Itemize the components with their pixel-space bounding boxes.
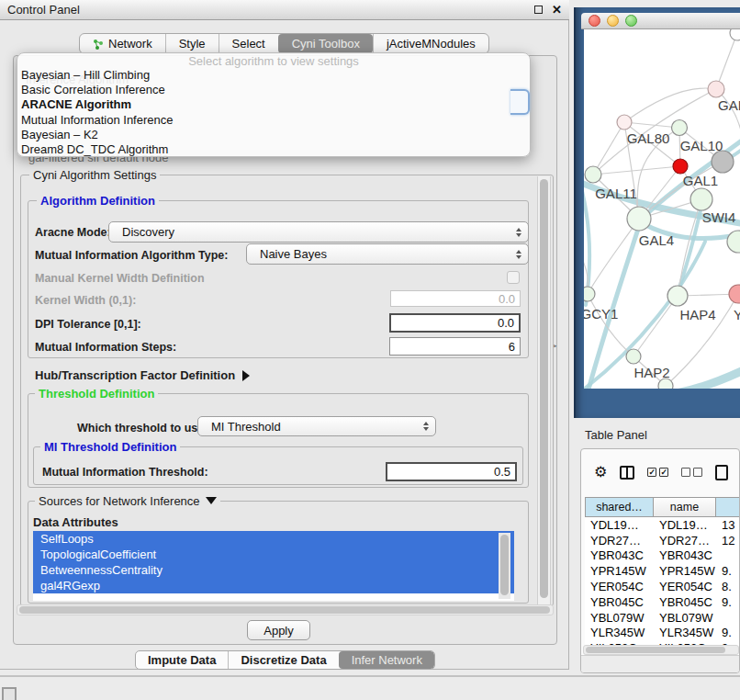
network-edge[interactable]	[593, 122, 624, 175]
tab-network[interactable]: Network	[80, 34, 165, 53]
gear-icon[interactable]: ⚙	[594, 465, 607, 480]
network-edge[interactable]	[588, 294, 633, 356]
node-label: GAL11	[595, 186, 637, 201]
algorithm-option[interactable]: Mutual Information Inference	[17, 113, 530, 128]
manual-kernel-checkbox[interactable]	[507, 271, 520, 284]
network-edge[interactable]	[633, 296, 678, 356]
mi-threshold-field[interactable]: 0.5	[386, 462, 517, 481]
mac-zoom-icon[interactable]	[625, 15, 637, 27]
network-node-gal10[interactable]	[672, 120, 688, 136]
mi-threshold-value: 0.5	[494, 465, 510, 479]
mi-type-combobox[interactable]: Naive Bayes	[246, 243, 529, 265]
attribute-list-item[interactable]: gal4RGexp	[33, 578, 514, 593]
mi-threshold-title: MI Threshold Definition	[40, 441, 180, 453]
tab-jactivemnodules[interactable]: jActiveMNodules	[373, 34, 488, 53]
new-table-icon[interactable]	[715, 465, 728, 480]
mac-close-icon[interactable]	[589, 15, 600, 27]
column-header[interactable]: A	[716, 497, 740, 517]
table-row[interactable]: YER054CYER054C8.	[585, 579, 740, 594]
network-node[interactable]	[690, 188, 712, 210]
network-node-hap4[interactable]	[667, 286, 688, 306]
mac-minimize-icon[interactable]	[607, 15, 619, 27]
node-label: Y	[734, 307, 740, 322]
network-canvas[interactable]: GALGAL80GAL10GAL1GAL11GAL4SWI4GCY1HAP4YH…	[584, 29, 740, 389]
network-window-titlebar[interactable]	[581, 13, 740, 29]
network-node-swi4[interactable]	[727, 231, 740, 253]
aracne-mode-combobox[interactable]: Discovery	[108, 221, 529, 243]
mi-steps-label: Mutual Information Steps:	[35, 341, 176, 354]
attribute-list-item[interactable]: BetweennessCentrality	[33, 562, 514, 578]
dropdown-placeholder: Select algorithm to view settings	[17, 54, 530, 68]
network-node-gal11[interactable]	[585, 166, 601, 183]
table-row[interactable]: YLR345WYLR345W9.	[585, 626, 740, 641]
table-cell: 12	[716, 534, 740, 548]
attributes-scrollbar[interactable]	[499, 533, 510, 599]
node-label: GCY1	[584, 306, 618, 322]
table-row[interactable]: YBL079WYBL079W	[585, 610, 740, 626]
network-node-gal[interactable]	[708, 81, 724, 97]
scrollbar-thumb[interactable]	[19, 606, 550, 614]
network-node-hap2[interactable]	[626, 349, 641, 364]
tab-impute-data[interactable]: Impute Data	[136, 651, 228, 669]
dpi-tolerance-field[interactable]: 0.0	[389, 313, 521, 333]
tab-style[interactable]: Style	[165, 34, 219, 53]
network-node[interactable]	[712, 151, 734, 173]
network-node-gal4[interactable]	[627, 207, 651, 231]
algorithm-option[interactable]: ARACNE Algorithm	[17, 97, 530, 112]
attribute-list-item[interactable]: TopologicalCoefficient	[33, 547, 514, 562]
tab-infer-network[interactable]: Infer Network	[339, 651, 434, 669]
deselect-all-checkboxes-icon[interactable]: ✓✓	[681, 468, 702, 477]
network-node[interactable]	[658, 378, 673, 389]
network-edge[interactable]	[624, 88, 716, 122]
algorithm-option[interactable]: Basic Correlation Inference	[17, 83, 530, 97]
table-cell: YPR145W	[654, 564, 716, 578]
table-cell: YLR345W	[654, 626, 716, 639]
scrollbar-thumb[interactable]	[586, 647, 725, 653]
settings-vertical-scrollbar[interactable]	[537, 176, 551, 604]
columns-icon[interactable]	[620, 466, 634, 480]
bottom-left-mini-icon[interactable]	[2, 687, 17, 700]
table-row[interactable]: YPR145WYPR145W9.	[585, 563, 740, 579]
which-threshold-combobox[interactable]: MI Threshold	[197, 416, 436, 436]
settings-horizontal-scrollbar[interactable]	[17, 604, 554, 615]
apply-button[interactable]: Apply	[247, 620, 310, 640]
hub-definition-toggle[interactable]: Hub/Transcription Factor Definition	[35, 368, 250, 382]
attribute-list-item[interactable]: SelfLoops	[33, 531, 514, 547]
network-edge[interactable]	[716, 33, 737, 89]
node-label: GAL10	[680, 138, 723, 153]
column-header[interactable]: shared…	[585, 497, 654, 517]
algorithm-option[interactable]: Bayesian – Hill Climbing	[17, 68, 530, 83]
select-all-checkboxes-icon[interactable]: ✓✓	[647, 468, 668, 477]
network-node-y[interactable]	[729, 285, 740, 303]
network-edge[interactable]	[676, 369, 740, 389]
network-node-gal80[interactable]	[617, 115, 632, 130]
table-horizontal-scrollbar[interactable]	[583, 645, 739, 655]
algorithm-combobox-edge[interactable]	[510, 89, 530, 115]
scrollbar-thumb[interactable]	[500, 535, 509, 595]
algorithm-option[interactable]: Bayesian – K2	[17, 128, 530, 142]
tab-select[interactable]: Select	[219, 34, 278, 53]
table-cell: YPR145W	[585, 564, 654, 578]
network-node[interactable]	[730, 29, 740, 40]
kernel-width-field[interactable]: 0.0	[390, 290, 521, 307]
tab-discretize-data[interactable]: Discretize Data	[228, 651, 338, 669]
algorithm-option[interactable]: Dream8 DC_TDC Algorithm	[17, 142, 530, 157]
table-row[interactable]: YBR045CYBR045C9.	[585, 594, 740, 610]
network-node-gal1[interactable]	[673, 159, 688, 174]
table-cell: YER054C	[654, 580, 716, 593]
scrollbar-thumb[interactable]	[540, 179, 548, 598]
mi-steps-field[interactable]: 6	[389, 337, 521, 356]
mi-threshold-label: Mutual Information Threshold:	[42, 466, 208, 479]
table-row[interactable]: YDR27…YDR27…12	[585, 533, 740, 548]
table-row[interactable]: YBR043CYBR043C	[585, 548, 740, 564]
column-header[interactable]: name	[654, 497, 716, 517]
sources-toggle[interactable]: Sources for Network Inference	[35, 495, 220, 507]
table-row[interactable]: YDL19…YDL19…13	[585, 517, 740, 533]
tab-cyni-toolbox[interactable]: Cyni Toolbox	[278, 34, 373, 53]
float-window-icon[interactable]	[534, 6, 543, 14]
splitpane-handle[interactable]: ‣	[553, 342, 557, 351]
network-node-gcy1[interactable]	[584, 287, 595, 301]
node-label: HAP2	[633, 365, 669, 380]
network-edge[interactable]	[593, 166, 680, 175]
close-icon[interactable]: ✕	[552, 4, 562, 16]
